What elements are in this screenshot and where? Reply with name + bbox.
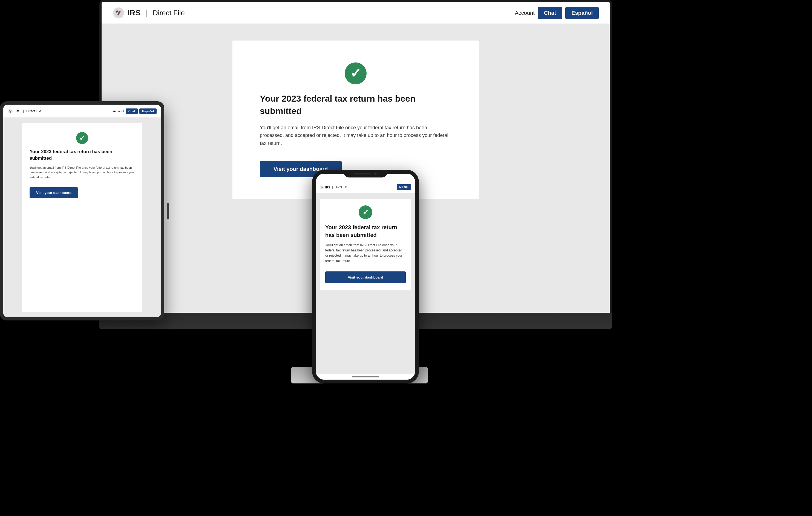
phone-direct-file-text: Direct File bbox=[335, 186, 347, 189]
nav-buttons: Account Chat Español bbox=[515, 7, 599, 19]
irs-divider: | bbox=[146, 8, 148, 17]
tablet-dashboard-button[interactable]: Visit your dashboard bbox=[30, 187, 78, 198]
phone-notch bbox=[344, 170, 387, 177]
tablet-navbar: 🦅 IRS | Direct File Account Chat Español bbox=[3, 105, 161, 118]
home-bar-line bbox=[352, 376, 379, 377]
phone-description: You'll get an email from IRS Direct File… bbox=[325, 243, 406, 264]
svg-text:🦅: 🦅 bbox=[9, 110, 12, 113]
phone-checkmark-icon: ✓ bbox=[362, 208, 369, 217]
success-description: You'll get an email from IRS Direct File… bbox=[260, 124, 452, 147]
phone-navbar: 🦅 IRS | Direct File MENU bbox=[316, 181, 415, 193]
phone-content: ✓ Your 2023 federal tax return has been … bbox=[316, 193, 415, 374]
tablet-success-icon: ✓ bbox=[76, 132, 88, 144]
tablet-direct-file-text: Direct File bbox=[26, 109, 41, 113]
phone-success-icon: ✓ bbox=[359, 205, 372, 219]
success-title: Your 2023 federal tax return has been su… bbox=[260, 92, 452, 117]
irs-eagle-icon: 🦅 bbox=[113, 7, 124, 19]
tablet-eagle-icon: 🦅 bbox=[8, 109, 13, 114]
tablet-chat-button[interactable]: Chat bbox=[126, 109, 138, 114]
irs-direct-file-text: Direct File bbox=[153, 9, 185, 17]
tablet-espanol-button[interactable]: Español bbox=[139, 109, 156, 114]
tablet-irs-text: IRS bbox=[14, 109, 21, 113]
tablet-account-label: Account bbox=[113, 110, 124, 113]
phone-home-bar bbox=[316, 374, 415, 380]
svg-text:🦅: 🦅 bbox=[116, 10, 122, 16]
phone-screen: 🦅 IRS | Direct File MENU ✓ Your 2023 fed… bbox=[316, 174, 415, 380]
chat-button[interactable]: Chat bbox=[538, 7, 562, 19]
tablet-nav-buttons: Account Chat Español bbox=[113, 109, 156, 114]
phone-divider: | bbox=[332, 186, 333, 189]
tablet-description: You'll get an email from IRS Direct File… bbox=[30, 166, 135, 180]
desktop-navbar: 🦅 IRS | Direct File Account Chat Español bbox=[102, 2, 610, 24]
phone: 🦅 IRS | Direct File MENU ✓ Your 2023 fed… bbox=[312, 170, 419, 383]
phone-speaker bbox=[354, 173, 371, 174]
phone-eagle-icon: 🦅 bbox=[320, 185, 324, 190]
checkmark-icon: ✓ bbox=[350, 67, 361, 80]
phone-irs-text: IRS bbox=[325, 186, 330, 189]
tablet-screen: 🦅 IRS | Direct File Account Chat Español… bbox=[3, 105, 161, 317]
phone-success-title: Your 2023 federal tax return has been su… bbox=[325, 224, 406, 239]
tablet: 🦅 IRS | Direct File Account Chat Español… bbox=[0, 101, 164, 320]
tablet-checkmark-icon: ✓ bbox=[79, 134, 85, 142]
espanol-button[interactable]: Español bbox=[566, 7, 599, 19]
irs-logo-text: IRS bbox=[127, 8, 141, 17]
phone-camera bbox=[374, 172, 377, 175]
account-label: Account bbox=[515, 10, 534, 16]
phone-card: ✓ Your 2023 federal tax return has been … bbox=[320, 199, 411, 290]
success-icon-circle: ✓ bbox=[345, 62, 367, 84]
phone-menu-button[interactable]: MENU bbox=[397, 184, 411, 190]
tablet-card: ✓ Your 2023 federal tax return has been … bbox=[22, 123, 142, 312]
phone-logo: 🦅 IRS | Direct File bbox=[320, 185, 347, 190]
tablet-success-title: Your 2023 federal tax return has been su… bbox=[30, 148, 135, 162]
tablet-title-bold: 2023 federal tax return bbox=[41, 149, 91, 154]
success-title-bold: 2023 federal tax return bbox=[282, 94, 375, 104]
irs-logo: 🦅 IRS | Direct File bbox=[113, 7, 185, 19]
tablet-home-button[interactable] bbox=[167, 203, 169, 219]
tablet-content: ✓ Your 2023 federal tax return has been … bbox=[3, 118, 161, 317]
tablet-logo: 🦅 IRS | Direct File bbox=[8, 109, 41, 114]
svg-text:🦅: 🦅 bbox=[321, 186, 323, 189]
phone-dashboard-button[interactable]: Visit your dashboard bbox=[325, 271, 406, 283]
tablet-divider: | bbox=[23, 109, 24, 113]
phone-title-bold: 2023 federal tax return bbox=[339, 224, 397, 230]
